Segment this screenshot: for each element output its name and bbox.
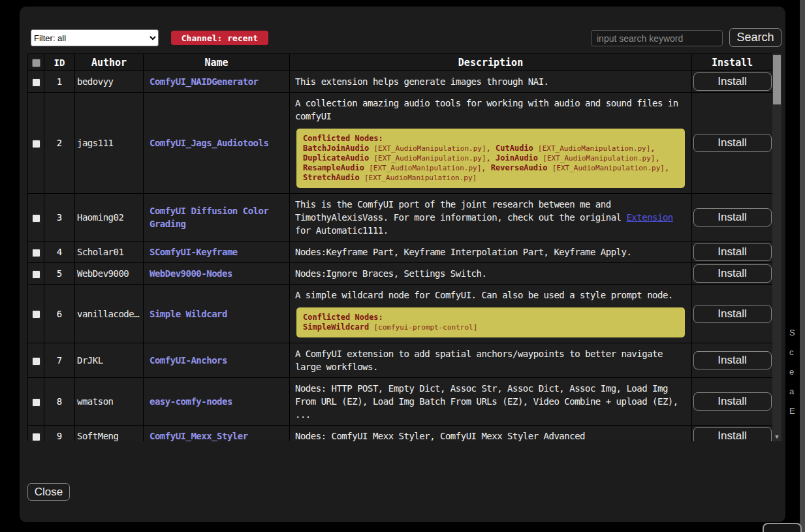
install-button[interactable]: Install (693, 392, 772, 411)
row-checkbox[interactable] (32, 398, 40, 407)
header-checkbox-cell (28, 54, 44, 71)
row-id: 1 (44, 71, 75, 93)
select-all-checkbox[interactable] (32, 59, 40, 67)
scrollbar-down-arrow[interactable]: ▼ (772, 433, 781, 441)
row-install-cell: Install (692, 71, 773, 93)
row-description: Nodes: ComfyUI Mexx Styler, ComfyUI Mexx… (290, 426, 692, 442)
row-install-cell: Install (692, 426, 773, 442)
install-button[interactable]: Install (693, 351, 772, 369)
row-id: 9 (44, 426, 75, 442)
conflict-box: Conflicted Nodes:SimpleWildcard [comfyui… (296, 307, 685, 337)
page-scrollbar[interactable] (800, 0, 805, 532)
row-name-cell: WebDev9000-Nodes (144, 263, 290, 285)
table-row: 1 bedovyy ComfyUI_NAIDGenerator This ext… (28, 71, 773, 93)
row-name-cell: easy-comfy-nodes (144, 378, 290, 426)
row-id: 2 (44, 93, 75, 194)
row-author: bedovyy (75, 71, 144, 93)
channel-badge: Channel: recent (171, 31, 268, 45)
row-checkbox[interactable] (32, 433, 40, 441)
row-author: Haoming02 (75, 194, 144, 242)
custom-nodes-dialog: Filter: all Channel: recent Search ID Au… (20, 7, 785, 522)
row-description: A simple wildcard node for ComfyUI. Can … (290, 285, 692, 343)
install-button[interactable]: Install (693, 305, 772, 323)
header-id: ID (44, 54, 75, 71)
conflict-items: SimpleWildcard [comfyui-prompt-control] (303, 322, 678, 332)
search-button[interactable]: Search (729, 28, 781, 47)
row-checkbox-cell (28, 242, 44, 263)
table-row: 8 wmatson easy-comfy-nodes Nodes: HTTP P… (28, 378, 773, 426)
node-name-link[interactable]: ComfyUI-Anchors (150, 355, 227, 366)
install-button[interactable]: Install (693, 243, 772, 261)
row-name-cell: ComfyUI_Mexx_Styler (144, 426, 290, 442)
table-row: 5 WebDev9000 WebDev9000-Nodes Nodes:Igno… (28, 263, 773, 285)
inline-link[interactable]: Extension (626, 212, 672, 223)
row-checkbox-cell (28, 194, 44, 242)
node-name-link[interactable]: ComfyUI_Mexx_Styler (150, 431, 248, 441)
row-checkbox[interactable] (32, 140, 40, 148)
table-row: 4 Scholar01 SComfyUI-Keyframe Nodes:Keyf… (28, 242, 773, 263)
table-row: 2 jags111 ComfyUI_Jags_Audiotools A coll… (28, 93, 773, 194)
row-checkbox[interactable] (32, 214, 40, 223)
row-checkbox[interactable] (32, 310, 40, 319)
row-install-cell: Install (692, 285, 773, 343)
row-author: DrJKL (75, 343, 144, 378)
row-checkbox[interactable] (32, 357, 40, 366)
install-button[interactable]: Install (693, 134, 772, 152)
table-row: 3 Haoming02 ComfyUI Diffusion Color Grad… (28, 194, 773, 242)
table-scrollbar-thumb[interactable] (773, 55, 781, 104)
row-description: This is the ComfyUI port of the joint re… (290, 194, 692, 242)
row-install-cell: Install (692, 242, 773, 263)
background-ui-fragment: c (789, 347, 799, 357)
background-ui-fragment: E (789, 406, 799, 416)
row-author: Scholar01 (75, 242, 144, 263)
background-ui-fragment: e (789, 367, 799, 377)
row-install-cell: Install (692, 378, 773, 426)
row-install-cell: Install (692, 263, 773, 285)
row-name-cell: SComfyUI-Keyframe (144, 242, 290, 263)
install-button[interactable]: Install (693, 208, 772, 227)
table-row: 9 SoftMeng ComfyUI_Mexx_Styler Nodes: Co… (28, 426, 773, 442)
row-checkbox[interactable] (32, 249, 40, 257)
row-checkbox-cell (28, 263, 44, 285)
table-row: 7 DrJKL ComfyUI-Anchors A ComfyUI extens… (28, 343, 773, 378)
node-name-link[interactable]: SComfyUI-Keyframe (150, 247, 238, 257)
search-input[interactable] (591, 30, 723, 46)
row-checkbox-cell (28, 343, 44, 378)
conflict-title: Conflicted Nodes: (303, 313, 678, 322)
table-scrollbar[interactable]: ▼ (772, 54, 781, 441)
row-name-cell: ComfyUI_Jags_Audiotools (144, 93, 290, 194)
row-author: SoftMeng (75, 426, 144, 442)
row-id: 6 (44, 285, 75, 343)
close-button[interactable]: Close (27, 483, 70, 501)
row-checkbox[interactable] (32, 270, 40, 279)
node-name-link[interactable]: ComfyUI_NAIDGenerator (150, 76, 259, 87)
background-ui-fragment: S (789, 328, 799, 337)
nodes-table: ID Author Name Description Install 1 bed… (27, 54, 781, 441)
row-description: A ComfyUI extension to add spatial ancho… (290, 343, 692, 378)
node-name-link[interactable]: ComfyUI Diffusion Color Grading (150, 206, 268, 229)
install-button[interactable]: Install (693, 264, 772, 283)
row-checkbox-cell (28, 378, 44, 426)
conflict-box: Conflicted Nodes:BatchJoinAudio [EXT_Aud… (296, 129, 685, 188)
node-name-link[interactable]: WebDev9000-Nodes (150, 268, 232, 279)
node-name-link[interactable]: Simple Wildcard (150, 309, 227, 319)
header-install: Install (692, 54, 773, 71)
row-author: wmatson (75, 378, 144, 426)
row-checkbox-cell (28, 285, 44, 343)
install-button[interactable]: Install (693, 427, 772, 441)
row-name-cell: ComfyUI-Anchors (144, 343, 290, 378)
row-description: Nodes: HTTP POST, Empty Dict, Assoc Str,… (290, 378, 692, 426)
row-name-cell: ComfyUI_NAIDGenerator (144, 71, 290, 93)
filter-select[interactable]: Filter: all (31, 29, 159, 46)
header-description: Description (290, 54, 692, 71)
row-id: 3 (44, 194, 75, 242)
table-header-row: ID Author Name Description Install (28, 54, 773, 71)
conflict-items: BatchJoinAudio [EXT_AudioManipulation.py… (303, 144, 678, 183)
node-name-link[interactable]: ComfyUI_Jags_Audiotools (150, 138, 268, 148)
node-name-link[interactable]: easy-comfy-nodes (150, 396, 232, 407)
header-author: Author (75, 54, 144, 71)
row-checkbox[interactable] (32, 78, 40, 87)
install-button[interactable]: Install (693, 72, 772, 91)
row-description: A collection amazing audio tools for wor… (290, 93, 692, 194)
row-description: Nodes:Ignore Braces, Settings Switch. (290, 263, 692, 285)
